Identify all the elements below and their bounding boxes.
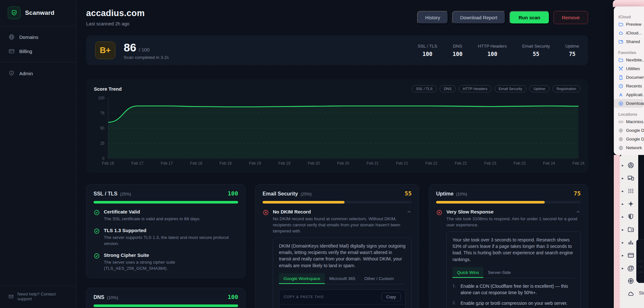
chevron-up-icon[interactable]: [407, 209, 412, 214]
finder-item-recents[interactable]: Recents: [614, 82, 644, 90]
finder-item-applications[interactable]: Applicati.: [614, 90, 644, 99]
fix-explanation: DKIM (DomainKeys Identified Mail) digita…: [279, 243, 406, 269]
step-text: Enable a CDN (Cloudflare free tier is ex…: [461, 283, 575, 296]
progress-bar: [436, 201, 581, 204]
app-sidebar: Scanward Domains Billing Admin Need help…: [0, 0, 76, 308]
x-tick-label: Feb 20: [337, 161, 349, 166]
dock-item-sparkle[interactable]: ▸: [620, 197, 638, 210]
disclosure-triangle-icon: ▸: [622, 189, 624, 193]
finder-section-title: Locations: [614, 110, 644, 117]
fix-tabs: Quick Wins Server-Side: [452, 267, 575, 278]
legend-chip-ssl[interactable]: SSL / TLS: [412, 85, 437, 92]
globe-icon: [8, 34, 15, 40]
uptime-card: Uptime (10%) 75 Very Slow Response The s: [429, 184, 588, 308]
tab-microsoft-365[interactable]: Microsoft 365: [325, 273, 360, 284]
finder-item-downloads[interactable]: Download: [614, 99, 643, 108]
x-tick-label: Feb 19: [278, 161, 290, 166]
legend-chip-registration[interactable]: Registration: [552, 85, 580, 92]
shared-folder-icon: [618, 39, 623, 44]
finder-item-label: Google D: [626, 128, 644, 133]
remove-button[interactable]: Remove: [553, 11, 588, 24]
header-actions: History Download Report Run scan Remove: [417, 11, 588, 24]
history-button[interactable]: History: [417, 11, 448, 24]
tab-quick-wins[interactable]: Quick Wins: [452, 267, 483, 278]
finder-item-documents[interactable]: Documen: [614, 73, 644, 82]
dock-item-mail[interactable]: ▸ @: [620, 262, 638, 275]
y-tick-label: 50: [100, 126, 104, 131]
applications-icon: [618, 92, 623, 97]
stat-label: HTTP Headers: [478, 44, 507, 49]
app-grid-icon: [627, 187, 634, 195]
main-content: accadius.com Last scanned 2h ago History…: [76, 0, 600, 308]
dock-item-shield[interactable]: ▸: [620, 210, 638, 223]
card-weight: (25%): [120, 192, 131, 196]
check-circle-icon: [94, 228, 100, 234]
legend-chip-email-security[interactable]: Email Security: [495, 85, 527, 92]
cloud-icon: [618, 31, 623, 36]
overall-score: 86: [124, 41, 136, 54]
sidebar-item-domains[interactable]: Domains: [0, 30, 76, 44]
finder-item-utilities[interactable]: Utilities: [614, 64, 644, 73]
finder-item-google-drive[interactable]: Google D: [614, 126, 644, 135]
step-item: 1. Enable a CDN (Cloudflare free tier is…: [452, 283, 575, 296]
stat-value: 100: [418, 51, 437, 57]
tab-other-custom[interactable]: Other / Custom: [360, 273, 398, 284]
finder-item-label: Documen: [626, 75, 644, 80]
x-axis-labels: Feb 16Feb 17Feb 17Feb 18Feb 18Feb 19Feb …: [108, 161, 578, 168]
dock-item-helm[interactable]: ▸: [620, 275, 638, 287]
devices-icon: [627, 175, 634, 182]
card-weight: (10%): [107, 295, 118, 300]
cloud-storage-label: Sto: [639, 290, 644, 295]
tab-server-side[interactable]: Server-Side: [483, 267, 515, 278]
copy-button[interactable]: Copy: [381, 293, 401, 301]
card-score: 100: [228, 190, 238, 197]
finder-item-network[interactable]: Network: [614, 143, 644, 152]
card-title: SSL / TLS: [94, 191, 117, 197]
contact-support-link[interactable]: Need help? Contact support: [0, 286, 76, 308]
dock-item-analytics[interactable]: ▸: [620, 236, 638, 249]
legend-chip-http-headers[interactable]: HTTP Headers: [459, 85, 491, 92]
finder-item-shared[interactable]: Shared: [614, 37, 644, 46]
dock-item-payments[interactable]: ▸: [620, 249, 638, 262]
disclosure-triangle-icon: ▸: [622, 240, 624, 245]
finder-item-macintosh-hd[interactable]: Macintos.: [614, 117, 644, 126]
finder-item-label: Macintos.: [626, 119, 644, 124]
dock-item-browser[interactable]: ▸: [620, 159, 638, 172]
card-title: Uptime: [436, 191, 453, 197]
finder-item-label: Preview: [626, 22, 641, 27]
finder-item-google-drive-2[interactable]: Google D: [614, 135, 644, 143]
x-tick-label: Feb 23: [514, 161, 525, 166]
finder-item-label: Shared: [626, 39, 640, 44]
finder-item-nextbite[interactable]: Nextbite..: [614, 56, 644, 64]
stat-label: Uptime: [565, 44, 579, 49]
shield-check-logo-icon: [8, 6, 21, 19]
x-circle-icon: [436, 209, 443, 216]
sidebar-item-label: Domains: [19, 34, 38, 40]
stat-value: 75: [565, 51, 579, 57]
finding-row: Certificate Valid The SSL certificate is…: [94, 209, 238, 222]
finder-item-icloud[interactable]: iCloud...: [614, 29, 644, 37]
sidebar-item-admin[interactable]: Admin: [0, 66, 76, 80]
app-logo: Scanward: [0, 0, 76, 26]
dock-item-app-grid[interactable]: ▸: [620, 185, 638, 197]
legend-chip-uptime[interactable]: Uptime: [529, 85, 549, 92]
run-scan-button[interactable]: Run scan: [509, 11, 550, 24]
chevron-up-icon[interactable]: [576, 209, 581, 214]
x-tick-label: Feb 16: [102, 161, 114, 166]
finder-item-preview[interactable]: Preview: [614, 20, 644, 29]
finder-item-label: Applicati.: [626, 92, 644, 97]
background-window-titlebar: [613, 0, 644, 7]
dock-item-devices[interactable]: ▸: [620, 172, 638, 185]
terminal-window-edge[interactable]: › › ›: [636, 240, 644, 282]
google-drive-icon: [618, 137, 623, 142]
tab-google-workspace[interactable]: Google Workspace: [279, 273, 325, 284]
dock-item-cloud-storage[interactable]: ▸: [620, 287, 638, 300]
clock-icon: [618, 84, 623, 89]
provider-tabs: Google Workspace Microsoft 365 Other / C…: [279, 273, 406, 284]
category-scores: SSL / TLS 100 DNS 100 HTTP Headers 100 E…: [418, 44, 579, 57]
y-tick-label: 0: [102, 156, 104, 161]
download-report-button[interactable]: Download Report: [452, 11, 505, 24]
legend-chip-dns[interactable]: DNS: [440, 85, 456, 92]
dock-item-folder-star[interactable]: ▸: [620, 223, 638, 236]
sidebar-item-billing[interactable]: Billing: [0, 44, 76, 58]
